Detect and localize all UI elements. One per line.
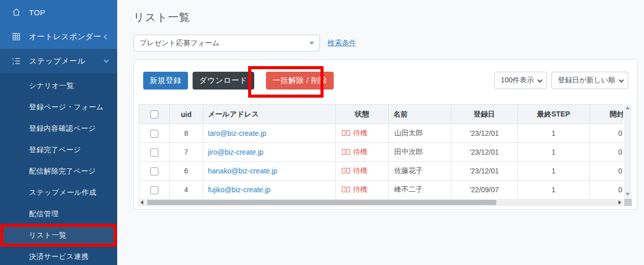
sidebar-item-stepmail[interactable]: ステップメール: [0, 49, 117, 73]
header-name: 名前: [389, 105, 451, 124]
last-step-cell: 1: [518, 162, 590, 181]
sort-order-value: 登録日が新しい順: [558, 76, 615, 85]
last-step-cell: 1: [518, 124, 590, 143]
sidebar-subitem-unsubscribe-page[interactable]: 配信解除完了ページ: [0, 161, 117, 182]
missing-glyph-icon: [342, 130, 345, 136]
table-row: 6 hanako@biz-create.jp 待機 佐藤花子 '23/12/01…: [139, 162, 624, 181]
sidebar-item-label: TOP: [29, 8, 110, 17]
last-step-cell: 1: [518, 143, 590, 162]
toolbar-buttons: 新規登録 ダウンロード 一括解除 / 削除: [143, 72, 334, 90]
caret-down-icon: [309, 42, 314, 45]
chevron-left-icon: [104, 34, 109, 39]
scroll-up-arrow-icon[interactable]: [626, 106, 630, 109]
new-registration-button[interactable]: 新規登録: [143, 72, 188, 90]
table-viewport: uid メールアドレス 状態 名前 登録日 最終STEP 開封数: [139, 104, 623, 199]
table-row: 4 fujiko@biz-create.jp 待機 峰不二子 '22/09/07…: [139, 181, 624, 199]
missing-glyph-icon: [346, 130, 350, 136]
chevron-down-icon: [619, 78, 624, 83]
sidebar-subitem-confirm-page[interactable]: 登録内容確認ページ: [0, 118, 117, 139]
search-conditions-link[interactable]: 検索条件: [328, 39, 356, 48]
status-cell: 待機: [336, 181, 389, 199]
missing-glyph-icon: [342, 187, 345, 192]
header-last-step: 最終STEP: [518, 105, 590, 124]
ordered-list-icon: [11, 56, 21, 66]
sort-order-select[interactable]: 登録日が新しい順: [551, 72, 628, 89]
email-link[interactable]: hanako@biz-create.jp: [208, 167, 277, 175]
subscriber-table: uid メールアドレス 状態 名前 登録日 最終STEP 開封数: [139, 104, 623, 199]
page-title: リスト一覧: [133, 10, 644, 24]
horizontal-scrollbar[interactable]: [139, 199, 623, 206]
status-cell: 待機: [336, 143, 389, 162]
per-page-value: 100件表示: [501, 76, 534, 85]
header-email: メールアドレス: [203, 105, 336, 124]
registered-cell: '22/09/07: [451, 181, 518, 199]
missing-glyph-icon: [346, 168, 350, 173]
sidebar-subitem-create-stepmail[interactable]: ステップメール作成: [0, 182, 117, 203]
select-all-header: [139, 105, 170, 124]
list-card: 新規登録 ダウンロード 一括解除 / 削除 100件表示 登録日が新しい順: [133, 60, 638, 210]
table-header-row: uid メールアドレス 状態 名前 登録日 最終STEP 開封数: [139, 105, 624, 124]
sidebar-subitem-list[interactable]: リスト一覧: [0, 225, 117, 246]
per-page-select[interactable]: 100件表示: [494, 72, 547, 89]
grid-icon: [11, 32, 21, 42]
sidebar-subitem-scenario-list[interactable]: シナリオ一覧: [0, 75, 117, 97]
stepmail-submenu: シナリオ一覧 登録ページ・フォーム 登録内容確認ページ 登録完了ページ 配信解除…: [0, 73, 117, 265]
sidebar-subitem-payment-service[interactable]: 決済サービス連携: [0, 246, 117, 265]
select-all-checkbox[interactable]: [150, 110, 158, 119]
header-status: 状態: [336, 105, 389, 124]
scroll-right-arrow-icon[interactable]: [619, 200, 621, 204]
bulk-unsubscribe-delete-button[interactable]: 一括解除 / 削除: [266, 72, 334, 90]
email-link[interactable]: taro@biz-create.jp: [208, 129, 266, 137]
email-link[interactable]: jiro@biz-create.jp: [208, 148, 263, 156]
missing-glyph-icon: [342, 149, 345, 155]
email-link[interactable]: fujiko@biz-create.jp: [208, 186, 271, 194]
vertical-scrollbar[interactable]: [624, 104, 631, 206]
sidebar-item-autoresponder[interactable]: オートレスポンダー: [0, 24, 117, 49]
main-content: リスト一覧 プレゼント応募フォーム 検索条件 新規登録 ダウンロード 一括解除 …: [117, 0, 644, 265]
scroll-left-arrow-icon[interactable]: [141, 200, 143, 204]
last-step-cell: 1: [518, 181, 590, 199]
uid-cell: 8: [170, 124, 203, 143]
sidebar-item-label: オートレスポンダー: [29, 32, 104, 42]
registered-cell: '23/12/01: [451, 143, 518, 162]
uid-cell: 7: [170, 143, 203, 162]
row-checkbox[interactable]: [150, 186, 158, 194]
missing-glyph-icon: [346, 149, 350, 155]
horizontal-scroll-thumb[interactable]: [147, 200, 496, 205]
sidebar-item-label: ステップメール: [29, 56, 104, 66]
missing-glyph-icon: [346, 187, 350, 192]
opens-cell: 0: [590, 162, 624, 181]
filter-row: プレゼント応募フォーム 検索条件: [133, 35, 644, 51]
form-select[interactable]: プレゼント応募フォーム: [133, 35, 320, 51]
name-cell: 田中次郎: [389, 143, 451, 162]
chevron-down-icon: [104, 58, 109, 63]
opens-cell: 0: [590, 124, 624, 143]
name-cell: 山田太郎: [389, 124, 451, 143]
uid-cell: 6: [170, 162, 203, 181]
download-button[interactable]: ダウンロード: [193, 72, 254, 90]
form-select-value: プレゼント応募フォーム: [140, 39, 220, 48]
scroll-down-arrow-icon[interactable]: [626, 193, 630, 196]
registered-cell: '23/12/01: [451, 124, 518, 143]
uid-cell: 4: [170, 181, 203, 199]
sidebar-subitem-complete-page[interactable]: 登録完了ページ: [0, 139, 117, 161]
name-cell: 佐藤花子: [389, 162, 451, 181]
sidebar-subitem-delivery-management[interactable]: 配信管理: [0, 203, 117, 225]
row-checkbox[interactable]: [150, 167, 158, 175]
sidebar-subitem-registration-page[interactable]: 登録ページ・フォーム: [0, 97, 117, 118]
toolbar: 新規登録 ダウンロード 一括解除 / 削除 100件表示 登録日が新しい順: [134, 60, 637, 90]
row-checkbox[interactable]: [150, 149, 158, 157]
app-window: TOP オートレスポンダー ステップメール シナリオ一覧 登録ページ: [0, 0, 644, 265]
status-cell: 待機: [336, 162, 389, 181]
home-icon: [11, 7, 21, 17]
row-checkbox[interactable]: [150, 130, 158, 138]
header-uid: uid: [170, 105, 203, 124]
header-registered: 登録日: [451, 105, 518, 124]
sidebar-item-top[interactable]: TOP: [0, 0, 117, 24]
opens-cell: 0: [590, 181, 624, 199]
toolbar-selects: 100件表示 登録日が新しい順: [494, 72, 628, 89]
opens-cell: 0: [590, 143, 624, 162]
table-area: uid メールアドレス 状態 名前 登録日 最終STEP 開封数: [139, 104, 631, 206]
sidebar: TOP オートレスポンダー ステップメール シナリオ一覧 登録ページ: [0, 0, 117, 265]
name-cell: 峰不二子: [389, 181, 451, 199]
